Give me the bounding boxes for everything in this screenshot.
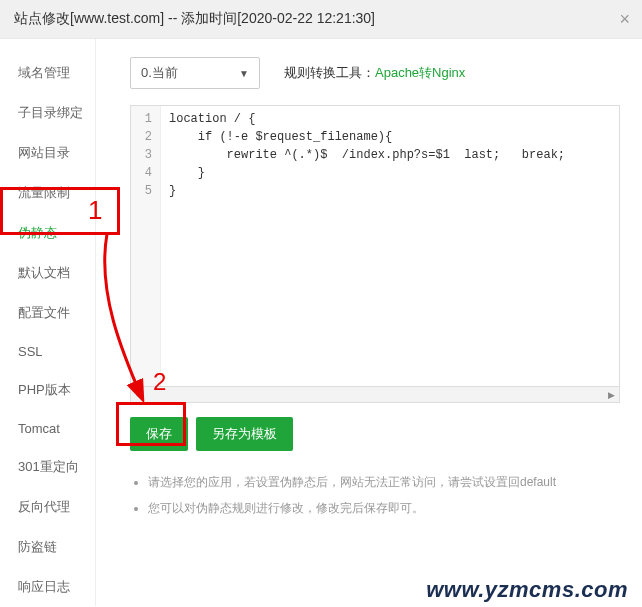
save-as-template-button[interactable]: 另存为模板 [196,417,293,451]
apache-to-nginx-link[interactable]: Apache转Nginx [375,65,465,80]
sidebar: 域名管理 子目录绑定 网站目录 流量限制 伪静态 默认文档 配置文件 SSL P… [0,39,96,606]
sidebar-item-subdir[interactable]: 子目录绑定 [0,93,95,133]
sidebar-item-config[interactable]: 配置文件 [0,293,95,333]
sidebar-item-sitedir[interactable]: 网站目录 [0,133,95,173]
code-editor[interactable]: 1 2 3 4 5 location / { if (!-e $request_… [130,105,620,387]
button-row: 保存 另存为模板 [130,417,620,451]
scroll-right-icon[interactable]: ▶ [603,387,619,402]
tips-list: 请选择您的应用，若设置伪静态后，网站无法正常访问，请尝试设置回default 您… [130,469,620,521]
sidebar-item-ssl[interactable]: SSL [0,333,95,370]
main-panel: 0.当前 ▼ 规则转换工具：Apache转Nginx 1 2 3 4 5 loc… [96,39,642,606]
sidebar-item-domain[interactable]: 域名管理 [0,53,95,93]
container: 域名管理 子目录绑定 网站目录 流量限制 伪静态 默认文档 配置文件 SSL P… [0,39,642,606]
sidebar-item-301[interactable]: 301重定向 [0,447,95,487]
tool-label: 规则转换工具： [284,65,375,80]
page-title: 站点修改[www.test.com] -- 添加时间[2020-02-22 12… [14,10,375,26]
horizontal-scrollbar[interactable]: ◀ ▶ [130,387,620,403]
top-row: 0.当前 ▼ 规则转换工具：Apache转Nginx [130,57,620,89]
code-content[interactable]: location / { if (!-e $request_filename){… [161,106,619,386]
line-number: 2 [137,128,152,146]
sidebar-item-traffic[interactable]: 流量限制 [0,173,95,213]
template-select[interactable]: 0.当前 ▼ [130,57,260,89]
sidebar-item-log[interactable]: 响应日志 [0,567,95,607]
line-number: 4 [137,164,152,182]
tip-item: 请选择您的应用，若设置伪静态后，网站无法正常访问，请尝试设置回default [148,469,620,495]
watermark: www.yzmcms.com [426,577,628,603]
sidebar-item-hotlink[interactable]: 防盗链 [0,527,95,567]
line-gutter: 1 2 3 4 5 [131,106,161,386]
sidebar-item-rewrite[interactable]: 伪静态 [0,213,95,253]
sidebar-item-php[interactable]: PHP版本 [0,370,95,410]
tool-area: 规则转换工具：Apache转Nginx [284,64,465,82]
close-icon[interactable]: × [619,10,630,28]
select-value: 0.当前 [141,64,178,82]
line-number: 3 [137,146,152,164]
chevron-down-icon: ▼ [239,68,249,79]
sidebar-item-default-doc[interactable]: 默认文档 [0,253,95,293]
save-button[interactable]: 保存 [130,417,188,451]
line-number: 5 [137,182,152,200]
sidebar-item-proxy[interactable]: 反向代理 [0,487,95,527]
line-number: 1 [137,110,152,128]
tip-item: 您可以对伪静态规则进行修改，修改完后保存即可。 [148,495,620,521]
sidebar-item-tomcat[interactable]: Tomcat [0,410,95,447]
scroll-left-icon[interactable]: ◀ [131,387,147,402]
